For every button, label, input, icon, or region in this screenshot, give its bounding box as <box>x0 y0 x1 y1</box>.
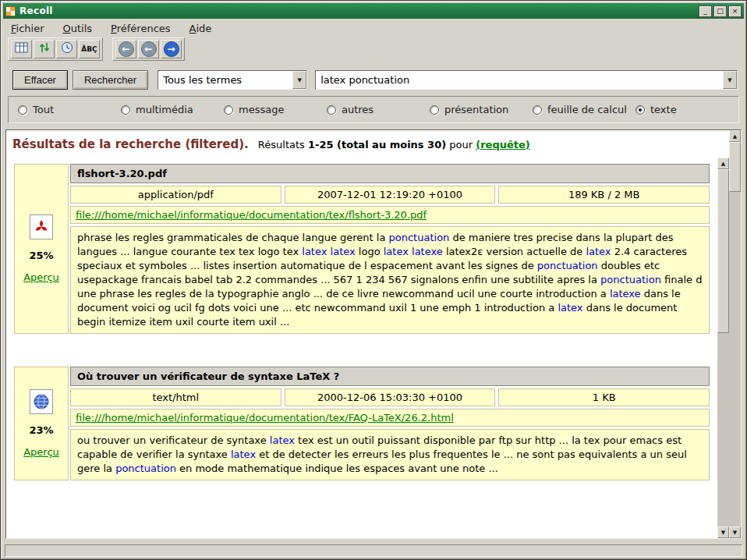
menu-outils[interactable]: Outils <box>63 23 93 34</box>
toolbar-group-nav: ← ← → <box>112 37 185 61</box>
term-explorer-button[interactable]: ÂBÇ <box>79 40 100 58</box>
table-icon <box>15 42 29 57</box>
preview-link[interactable]: Aperçu <box>23 271 59 283</box>
filter-row: Tout multimédia message autres présentat… <box>8 96 739 123</box>
maximize-button[interactable]: □ <box>713 5 727 17</box>
date-cell: 2000-12-06 15:03:30 +0100 <box>285 388 496 406</box>
results-scrollbar-inner[interactable]: ▲ ▼ <box>717 158 729 538</box>
scrollbar-thumb[interactable] <box>729 142 741 192</box>
radio-label: présentation <box>444 104 508 115</box>
query-link[interactable]: (requête) <box>476 139 530 151</box>
radio-feuille-de-calcul[interactable]: feuille de calcul <box>533 104 635 115</box>
scroll-down-button[interactable]: ▼ <box>729 526 741 538</box>
radio-icon-selected <box>635 105 645 115</box>
size-cell: 1 KB <box>498 388 710 406</box>
radio-icon <box>18 105 27 115</box>
results-frame: Résultats de la recherche (filtered). Ré… <box>5 129 742 539</box>
radio-presentation[interactable]: présentation <box>430 104 533 115</box>
mime-type-cell: application/pdf <box>70 186 281 204</box>
menu-fichier[interactable]: Fichier <box>11 23 44 34</box>
arrow-left-icon: ← <box>141 41 157 57</box>
menu-preferences[interactable]: Préférences <box>111 23 170 34</box>
radio-autres[interactable]: autres <box>327 104 430 115</box>
radio-label: Tout <box>33 104 54 115</box>
url-link[interactable]: file:///home/michael/informatique/docume… <box>76 412 454 424</box>
radio-label: multimédia <box>136 104 193 115</box>
result-side-panel: 23% Aperçu <box>14 367 69 480</box>
result-meta-row: text/html 2000-12-06 15:03:30 +0100 1 KB <box>70 388 710 406</box>
results-title: Résultats de la recherche (filtered). <box>12 137 249 151</box>
results-pour-label: pour <box>449 139 473 151</box>
search-mode-combobox[interactable]: Tous les termes ▼ <box>158 70 307 90</box>
radio-multimedia[interactable]: multimédia <box>121 104 224 115</box>
prev-page-button[interactable]: ← <box>138 40 159 58</box>
results-list: 25% Aperçu flshort-3.20.pdf application/… <box>6 158 717 538</box>
toolbar-group-main: ÂBÇ <box>8 37 103 61</box>
chevron-down-icon[interactable]: ▼ <box>723 71 737 89</box>
radio-icon <box>327 105 336 115</box>
url-row: file:///home/michael/informatique/docume… <box>70 206 710 224</box>
menu-aide[interactable]: Aide <box>189 23 212 34</box>
clock-icon <box>61 41 73 57</box>
snippet-text: ou trouver un verificateur de syntaxe la… <box>70 429 710 480</box>
size-cell: 189 KB / 2 MB <box>498 186 710 204</box>
pdf-icon <box>30 214 53 239</box>
clear-button[interactable]: Effacer <box>12 70 68 90</box>
result-filename: Où trouver un vérificateur de syntaxe La… <box>70 367 710 386</box>
search-query-combobox[interactable]: ▼ <box>315 70 738 90</box>
radio-icon <box>430 105 439 115</box>
search-query-input[interactable] <box>316 71 723 89</box>
scroll-up-button[interactable]: ▲ <box>717 158 729 169</box>
arrow-left-icon: ← <box>119 41 134 57</box>
relevance-score: 25% <box>29 250 53 261</box>
radio-label: feuille de calcul <box>547 104 627 115</box>
radio-message[interactable]: message <box>224 104 327 115</box>
radio-icon <box>533 105 542 115</box>
abc-icon: ÂBÇ <box>81 45 97 53</box>
scroll-up-button[interactable]: ▲ <box>729 130 741 142</box>
result-meta-row: application/pdf 2007-12-01 12:19:20 +010… <box>70 186 710 204</box>
url-row: file:///home/michael/informatique/docume… <box>70 409 710 427</box>
result-item: 23% Aperçu Où trouver un vérificateur de… <box>14 367 710 480</box>
radio-tout[interactable]: Tout <box>18 104 121 115</box>
radio-label: autres <box>342 104 374 115</box>
sort-arrows-icon <box>39 41 50 57</box>
scrollbar-track <box>729 142 741 526</box>
first-page-button[interactable]: ← <box>115 40 136 58</box>
results-count-prefix: Résultats <box>258 139 305 151</box>
sort-button[interactable] <box>34 40 55 58</box>
next-page-button[interactable]: → <box>161 40 182 58</box>
radio-texte[interactable]: texte <box>635 104 677 115</box>
result-detail: Où trouver un vérificateur de syntaxe La… <box>70 367 710 480</box>
clear-search-button[interactable] <box>11 40 32 58</box>
chevron-down-icon[interactable]: ▼ <box>292 71 306 89</box>
url-link[interactable]: file:///home/michael/informatique/docume… <box>76 209 427 221</box>
search-button[interactable]: Rechercher <box>73 70 148 90</box>
scroll-down-icon: ▼ <box>733 530 737 536</box>
snippet-text: phrase les regles grammaticales de chaqu… <box>70 226 710 334</box>
app-icon <box>5 6 16 16</box>
preview-link[interactable]: Aperçu <box>23 446 59 458</box>
search-row: Effacer Rechercher Tous les termes ▼ ▼ <box>3 64 744 94</box>
recoll-window: Recoll _ □ × Fichier Outils Préférences … <box>0 0 747 560</box>
scrollbar-track <box>717 169 729 526</box>
result-filename: flshort-3.20.pdf <box>70 164 710 183</box>
relevance-score: 23% <box>29 424 53 436</box>
scroll-up-icon: ▲ <box>733 133 737 140</box>
statusbar <box>5 544 742 557</box>
result-item: 25% Aperçu flshort-3.20.pdf application/… <box>14 164 710 334</box>
radio-icon <box>121 105 130 115</box>
window-title: Recoll <box>19 5 695 16</box>
result-side-panel: 25% Aperçu <box>14 164 69 334</box>
minimize-button[interactable]: _ <box>699 5 712 17</box>
toolbar: ÂBÇ ← ← → <box>3 37 744 64</box>
history-button[interactable] <box>56 40 77 58</box>
scroll-down-button[interactable]: ▼ <box>717 526 729 538</box>
close-button[interactable]: × <box>728 5 742 17</box>
scroll-up-icon: ▲ <box>721 161 725 167</box>
result-detail: flshort-3.20.pdf application/pdf 2007-12… <box>70 164 710 334</box>
results-scrollbar-outer[interactable]: ▲ ▼ <box>729 130 741 538</box>
radio-label: message <box>239 104 284 115</box>
scrollbar-thumb[interactable] <box>717 169 729 333</box>
titlebar[interactable]: Recoll _ □ × <box>3 3 744 19</box>
